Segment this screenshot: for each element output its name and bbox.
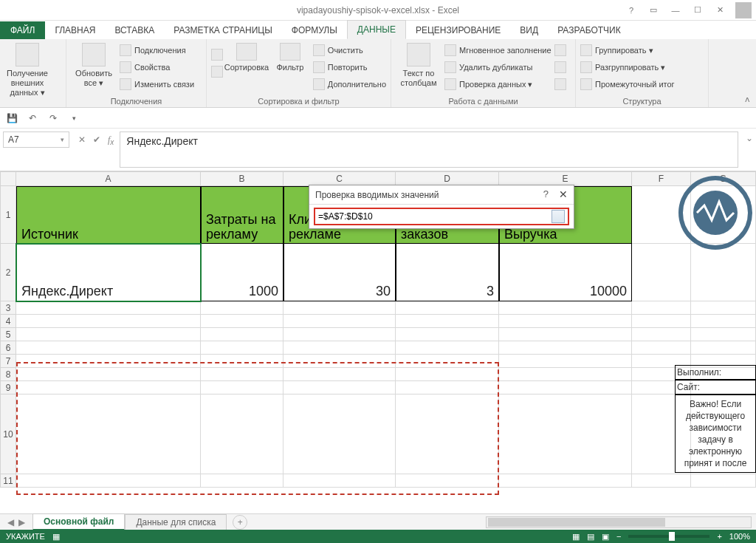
properties-button[interactable]: Свойства <box>120 59 194 75</box>
tab-file[interactable]: ФАЙЛ <box>0 21 45 39</box>
sheet-nav-prev-icon[interactable]: ◀ <box>7 517 14 527</box>
remove-duplicates-button[interactable]: Удалить дубликаты <box>444 59 551 75</box>
reapply-button[interactable]: Повторить <box>313 59 386 75</box>
cell-b11[interactable] <box>201 474 284 488</box>
cell-a9[interactable] <box>16 381 201 395</box>
row-header-3[interactable]: 3 <box>0 301 16 315</box>
cell-a3[interactable] <box>16 301 201 315</box>
cell-c5[interactable] <box>284 328 396 341</box>
cell-e7[interactable] <box>499 355 632 368</box>
view-pagebreak-icon[interactable]: ▣ <box>602 532 609 542</box>
cell-c8[interactable] <box>284 368 396 381</box>
cell-a1[interactable]: Источник <box>16 186 201 244</box>
minimize-icon[interactable]: — <box>664 3 687 18</box>
accept-formula-icon[interactable]: ✔ <box>93 134 100 145</box>
cell-g11[interactable] <box>691 474 756 488</box>
redo-icon[interactable]: ↷ <box>47 112 59 124</box>
cell-c10[interactable] <box>284 395 396 474</box>
help-icon[interactable]: ? <box>620 3 642 18</box>
sort-asc-button[interactable] <box>211 47 223 63</box>
data-validation-button[interactable]: Проверка данных ▾ <box>444 76 551 92</box>
col-header-e[interactable]: E <box>499 171 632 186</box>
save-icon[interactable]: 💾 <box>6 112 18 124</box>
cell-b8[interactable] <box>201 368 284 381</box>
cancel-formula-icon[interactable]: ✕ <box>78 134 86 145</box>
chevron-down-icon[interactable]: ▾ <box>61 136 64 143</box>
cell-d4[interactable] <box>396 315 499 328</box>
cell-b5[interactable] <box>201 328 284 341</box>
collapse-ribbon-icon[interactable]: ʌ <box>745 95 750 104</box>
cell-d6[interactable] <box>396 341 499 355</box>
dialog-close-icon[interactable]: ✕ <box>559 188 568 200</box>
sheet-tab-other[interactable]: Данные для списка <box>125 514 227 530</box>
row-header-8[interactable]: 8 <box>0 368 16 381</box>
spreadsheet-grid[interactable]: A B C D E F G 1 Источник Затраты на рекл… <box>0 171 756 504</box>
cell-a8[interactable] <box>16 368 201 381</box>
row-header-1[interactable]: 1 <box>0 186 16 244</box>
tab-page-layout[interactable]: РАЗМЕТКА СТРАНИЦЫ <box>164 21 282 39</box>
zoom-out-icon[interactable]: − <box>616 532 621 541</box>
cell-e3[interactable] <box>499 301 632 315</box>
flash-fill-button[interactable]: Мгновенное заполнение <box>444 42 551 58</box>
cell-e10[interactable] <box>499 395 632 474</box>
tab-view[interactable]: ВИД <box>510 21 548 39</box>
cell-e4[interactable] <box>499 315 632 328</box>
user-avatar[interactable] <box>735 2 752 18</box>
formula-input[interactable]: Яндекс.Директ <box>120 132 738 168</box>
cell-b1[interactable]: Затраты на рекламу <box>201 186 284 244</box>
cell-d8[interactable] <box>396 368 499 381</box>
cell-c6[interactable] <box>284 341 396 355</box>
sheet-tab-active[interactable]: Основной файл <box>32 513 125 530</box>
cell-b2[interactable]: 1000 <box>201 244 284 301</box>
cell-c9[interactable] <box>284 381 396 395</box>
subtotal-button[interactable]: Промежуточный итог <box>580 76 675 92</box>
cell-e9[interactable] <box>499 381 632 395</box>
cell-b10[interactable] <box>201 395 284 474</box>
tab-insert[interactable]: ВСТАВКА <box>105 21 164 39</box>
undo-icon[interactable]: ↶ <box>27 112 38 124</box>
ribbon-options-icon[interactable]: ▭ <box>642 3 664 18</box>
row-header-6[interactable]: 6 <box>0 341 16 355</box>
row-header-7[interactable]: 7 <box>0 355 16 368</box>
ungroup-button[interactable]: Разгруппировать ▾ <box>580 59 675 75</box>
zoom-slider[interactable] <box>628 535 709 538</box>
dialog-help-icon[interactable]: ? <box>543 188 549 199</box>
col-header-c[interactable]: C <box>284 171 396 186</box>
whatif-button[interactable] <box>554 59 566 75</box>
relations-button[interactable] <box>554 76 566 92</box>
connections-button[interactable]: Подключения <box>120 42 194 58</box>
restore-icon[interactable]: ☐ <box>687 3 709 18</box>
cell-b3[interactable] <box>201 301 284 315</box>
tab-formulas[interactable]: ФОРМУЛЫ <box>282 21 347 39</box>
row-header-11[interactable]: 11 <box>0 474 16 488</box>
sort-desc-button[interactable] <box>211 64 223 80</box>
col-header-d[interactable]: D <box>396 171 499 186</box>
tab-developer[interactable]: РАЗРАБОТЧИК <box>548 21 630 39</box>
cell-d9[interactable] <box>396 381 499 395</box>
consolidate-button[interactable] <box>554 42 566 58</box>
tab-review[interactable]: РЕЦЕНЗИРОВАНИЕ <box>406 21 510 39</box>
sort-button[interactable]: Сортировка <box>226 41 267 72</box>
cell-b7[interactable] <box>201 355 284 368</box>
horizontal-scrollbar[interactable] <box>486 516 752 528</box>
select-all-corner[interactable] <box>0 171 16 186</box>
cell-d2[interactable]: 3 <box>396 244 499 301</box>
collapse-dialog-icon[interactable] <box>551 210 565 223</box>
cell-d7[interactable] <box>396 355 499 368</box>
row-header-4[interactable]: 4 <box>0 315 16 328</box>
row-header-5[interactable]: 5 <box>0 328 16 341</box>
col-header-b[interactable]: B <box>201 171 284 186</box>
cell-a6[interactable] <box>16 341 201 355</box>
cell-b4[interactable] <box>201 315 284 328</box>
close-icon[interactable]: ✕ <box>709 3 731 18</box>
cell-f11[interactable] <box>632 474 691 488</box>
advanced-filter-button[interactable]: Дополнительно <box>313 76 386 92</box>
tab-data[interactable]: ДАННЫЕ <box>347 20 406 39</box>
cell-c3[interactable] <box>284 301 396 315</box>
add-sheet-button[interactable]: + <box>233 515 247 530</box>
text-to-columns-button[interactable]: Текст по столбцам <box>396 41 441 88</box>
range-input[interactable] <box>318 211 549 222</box>
view-layout-icon[interactable]: ▤ <box>587 532 594 542</box>
cell-d5[interactable] <box>396 328 499 341</box>
name-box[interactable]: A7▾ <box>3 132 69 148</box>
